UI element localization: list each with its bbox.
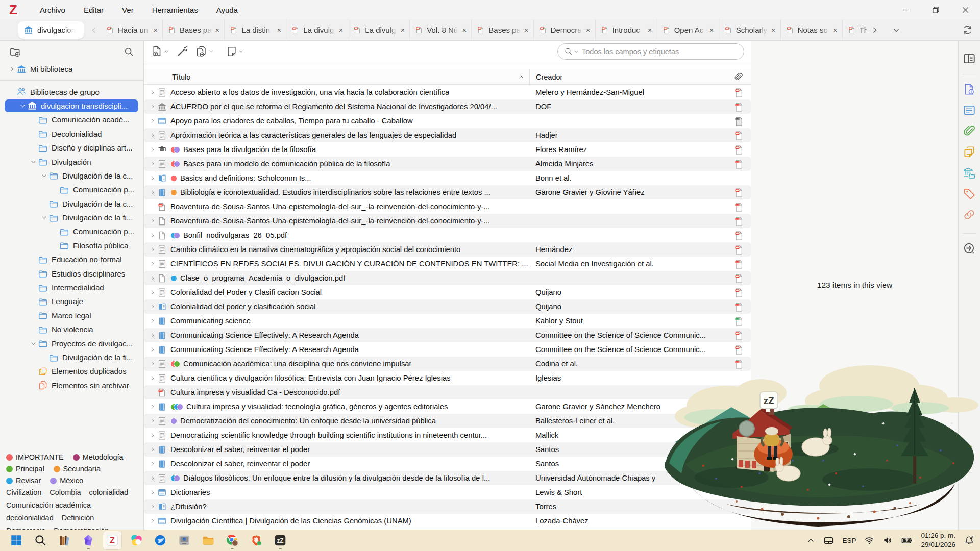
attachment-snapshot-icon[interactable] — [734, 116, 743, 126]
taskbar-calibre-icon[interactable] — [55, 531, 74, 550]
collection-dise-o-y-diciplinas-art-[interactable]: Diseño y diciplinas art... — [0, 141, 143, 155]
related-tab-icon[interactable] — [963, 208, 976, 221]
collection-bibliotecas-de-grupo[interactable]: Bibliotecas de grupo — [0, 85, 143, 98]
expand-chevron-icon[interactable] — [148, 132, 157, 138]
info-tab-icon[interactable] — [963, 83, 976, 96]
restore-button[interactable] — [921, 0, 950, 19]
new-item-button[interactable] — [151, 45, 169, 57]
expand-chevron-icon[interactable] — [148, 418, 157, 424]
tab-close-icon[interactable]: × — [522, 24, 531, 35]
menu-herramientas[interactable]: Herramientas — [145, 3, 205, 17]
collapse-item-pane-icon[interactable] — [963, 52, 976, 65]
chevron-down-icon[interactable] — [29, 159, 38, 165]
expand-chevron-icon[interactable] — [148, 232, 157, 238]
attachment-pdf-icon[interactable] — [734, 88, 743, 97]
expand-chevron-icon[interactable] — [148, 489, 157, 495]
document-tab[interactable]: La divulg × — [348, 19, 410, 41]
attachments-tab-icon[interactable] — [963, 124, 976, 138]
menu-ayuda[interactable]: Ayuda — [209, 3, 245, 17]
attachment-pdf-icon[interactable] — [734, 159, 743, 169]
expand-chevron-icon[interactable] — [148, 104, 157, 110]
collection-elementos-sin-archivar[interactable]: Elementos sin archivar — [0, 379, 143, 392]
collection-proyectos-de-divulgac-[interactable]: Proyectos de divulgac... — [0, 336, 143, 350]
document-tab[interactable]: Bases pa × — [163, 19, 225, 41]
table-row[interactable]: Cambio climático en la narrativa cinemat… — [144, 242, 751, 257]
document-tab[interactable]: Vol. 8 Nú × — [410, 19, 472, 41]
table-row[interactable]: Communicating Science Effectively: A Res… — [144, 328, 751, 342]
column-header-titulo[interactable]: Título — [144, 73, 529, 81]
expand-chevron-icon[interactable] — [148, 118, 157, 124]
expand-chevron-icon[interactable] — [148, 346, 157, 353]
expand-chevron-icon[interactable] — [148, 175, 157, 181]
menu-editar[interactable]: Editar — [77, 3, 111, 17]
expand-chevron-icon[interactable] — [148, 461, 157, 467]
table-row[interactable]: Colonialidad del poder y clasificación s… — [144, 299, 751, 314]
taskbar-zz-app-icon[interactable] — [271, 531, 290, 550]
language-indicator[interactable]: ESP — [842, 537, 856, 544]
search-scope-chevron-icon[interactable] — [574, 49, 579, 54]
document-tab[interactable]: Introduc × — [596, 19, 657, 41]
minimize-button[interactable] — [891, 0, 921, 19]
attachment-pdf-icon[interactable] — [734, 145, 743, 155]
expand-chevron-icon[interactable] — [148, 404, 157, 410]
libraries-collections-tab-icon[interactable] — [963, 166, 976, 180]
island-widget-overlay[interactable]: zZ — [655, 356, 980, 530]
collection-educaci-n-no-formal[interactable]: Educación no-formal — [0, 253, 143, 266]
document-tab[interactable]: Scholarly × — [719, 19, 781, 41]
taskbar-capture-app-icon[interactable] — [175, 531, 194, 550]
tab-close-icon[interactable]: × — [583, 24, 593, 35]
expand-chevron-icon[interactable] — [148, 318, 157, 324]
collection-no-violencia[interactable]: No violencia — [0, 322, 143, 336]
document-tab[interactable]: Open Ac × — [657, 19, 719, 41]
taskbar-file-explorer-icon[interactable] — [199, 531, 218, 550]
attachment-pdf-icon[interactable] — [734, 245, 743, 255]
tab-list-dropdown[interactable] — [892, 26, 900, 34]
search-input[interactable] — [582, 47, 738, 56]
collection-divulgaci-n[interactable]: Divulgación — [0, 155, 143, 168]
collection-comunicaci-n-p-[interactable]: Comunicación p... — [0, 183, 143, 196]
chevron-down-icon[interactable] — [39, 172, 48, 179]
table-row[interactable]: Apoyo para los criadores de caballos, Ti… — [144, 114, 751, 128]
colored-tag[interactable]: IMPORTANTE — [6, 453, 64, 461]
volume-icon[interactable] — [883, 535, 893, 545]
collection-comunicaci-n-acad-[interactable]: Comunicación acadé... — [0, 113, 143, 127]
library-tab[interactable]: divulgacion — [18, 21, 84, 39]
table-row[interactable]: Communicating Science Effectively: A Res… — [144, 342, 751, 357]
table-row[interactable]: Bases para la divulgación de la filosofí… — [144, 142, 751, 157]
document-tab[interactable]: La distin × — [225, 19, 286, 41]
document-tab[interactable]: Th × — [843, 19, 867, 41]
collection-comunicaci-n-p-[interactable]: Comunicación p... — [0, 224, 143, 238]
table-row[interactable]: ACUERDO por el que se reforma el Reglame… — [144, 99, 751, 114]
colored-tag[interactable]: México — [50, 477, 83, 485]
tab-close-icon[interactable]: × — [275, 24, 284, 35]
touchpad-icon[interactable] — [823, 535, 834, 546]
collection-divulgaci-n-de-la-c-[interactable]: Divulgación de la c... — [0, 197, 143, 211]
table-row[interactable]: Basics and definitions: Scholcomm Is... … — [144, 171, 751, 185]
taskbar-obsidian-icon[interactable] — [79, 531, 98, 550]
table-row[interactable]: Colonialidad del Poder y Clasifi cacion … — [144, 285, 751, 299]
tab-close-icon[interactable]: × — [645, 24, 655, 35]
abstract-tab-icon[interactable] — [963, 104, 976, 117]
document-tab[interactable]: Bases pa × — [472, 19, 533, 41]
attachment-pdf-icon[interactable] — [734, 273, 743, 283]
taskbar-chrome-icon[interactable] — [223, 531, 242, 550]
new-attachment-button[interactable] — [195, 45, 214, 57]
collection-lenguaje[interactable]: Lenguaje — [0, 294, 143, 308]
table-row[interactable]: CIENTÍFICOS EN REDES SOCIALES. DIVULGACI… — [144, 257, 751, 271]
attachment-pdf-icon[interactable] — [734, 259, 743, 269]
taskbar-thunderbird-icon[interactable] — [151, 531, 170, 550]
locate-icon[interactable] — [963, 242, 976, 255]
table-row[interactable]: Apróximación teórica a las característic… — [144, 128, 751, 142]
taskbar-brave-icon[interactable] — [247, 531, 266, 550]
tab-scroll-left-button[interactable] — [90, 26, 98, 34]
tray-show-hidden-icon[interactable] — [806, 536, 815, 545]
clock[interactable]: 01:26 p. m. 29/01/2026 — [921, 531, 955, 549]
chevron-down-icon[interactable] — [18, 103, 27, 109]
colored-tag[interactable]: Secundaria — [54, 465, 101, 473]
attachment-pdf-icon[interactable] — [734, 102, 743, 112]
tab-close-icon[interactable]: × — [336, 24, 346, 35]
attachment-pdf-icon[interactable] — [734, 216, 743, 226]
expand-chevron-icon[interactable] — [148, 261, 157, 267]
colored-tag[interactable]: Principal — [6, 465, 44, 473]
collection-filosof-a-p-blica[interactable]: Filosofía pública — [0, 239, 143, 253]
